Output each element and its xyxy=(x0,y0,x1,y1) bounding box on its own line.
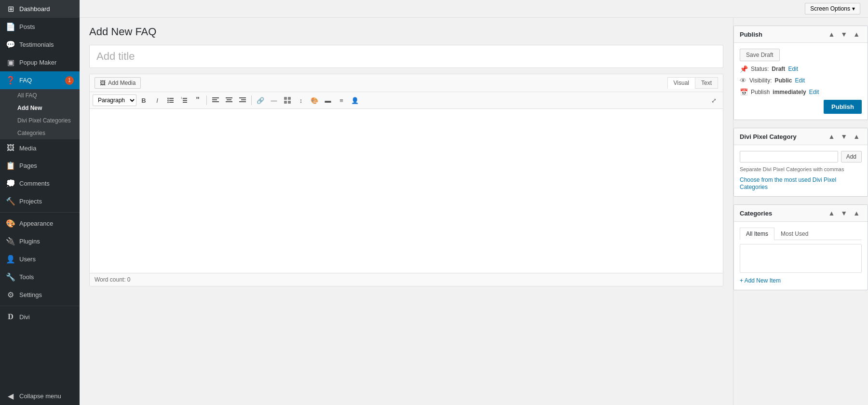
editor-body[interactable] xyxy=(90,109,723,273)
settings-icon: ⚙ xyxy=(6,290,15,299)
publish-button[interactable]: Publish xyxy=(824,100,862,114)
publish-collapse-down-button[interactable]: ▼ xyxy=(839,30,849,39)
add-media-button[interactable]: 🖼 Add Media xyxy=(95,77,141,89)
publish-time-label: Publish xyxy=(751,89,770,95)
publish-close-button[interactable]: ▲ xyxy=(851,30,862,39)
sidebar-item-label: Testimonials xyxy=(19,41,54,48)
collapse-icon: ◀ xyxy=(6,392,15,401)
sidebar-item-users[interactable]: 👤 Users xyxy=(0,250,80,268)
sidebar-item-plugins[interactable]: 🔌 Plugins xyxy=(0,232,80,250)
sidebar-item-label: Dashboard xyxy=(19,5,50,13)
format-select[interactable]: Paragraph xyxy=(93,94,136,106)
publish-time-icon: 📅 xyxy=(740,88,748,96)
right-sidebar: Publish ▲ ▼ ▲ Save Draft 📌 Status: Draft… xyxy=(733,18,868,405)
users-icon: 👤 xyxy=(6,255,15,264)
publish-time-edit-link[interactable]: Edit xyxy=(809,89,819,95)
comments-icon: 💭 xyxy=(6,179,15,188)
more-button[interactable]: ↕ xyxy=(295,94,307,107)
categories-close-button[interactable]: ▲ xyxy=(851,209,862,217)
svg-rect-21 xyxy=(284,101,287,104)
sidebar-sub-item-all-faq[interactable]: All FAQ xyxy=(0,89,80,102)
categories-collapse-down-button[interactable]: ▼ xyxy=(839,209,849,217)
person-button[interactable]: 👤 xyxy=(349,94,361,107)
all-items-tab[interactable]: All Items xyxy=(740,228,774,240)
blockquote-button[interactable]: " xyxy=(191,94,204,107)
text-tab[interactable]: Text xyxy=(695,77,718,89)
status-icon: 📌 xyxy=(740,65,748,73)
expand-button[interactable]: ⤢ xyxy=(707,94,720,107)
italic-button[interactable]: I xyxy=(151,94,163,107)
align-center-button[interactable] xyxy=(223,94,235,107)
publish-metabox-body: Save Draft 📌 Status: Draft Edit 👁 Visibi… xyxy=(734,43,868,120)
svg-point-4 xyxy=(167,100,169,101)
special1-button[interactable]: ▬ xyxy=(322,94,334,107)
divi-pixel-input-row: Add xyxy=(740,151,862,162)
divi-pixel-metabox-title: Divi Pixel Category xyxy=(740,133,797,140)
link-button[interactable]: 🔗 xyxy=(254,94,267,107)
sidebar-item-posts[interactable]: 📄 Posts xyxy=(0,18,80,36)
testimonials-icon: 💬 xyxy=(6,40,15,49)
screen-options-button[interactable]: Screen Options ▾ xyxy=(805,3,860,14)
sidebar: ⊞ Dashboard 📄 Posts 💬 Testimonials ▣ Pop… xyxy=(0,0,80,405)
divi-pixel-most-used-link[interactable]: Choose from the most used Divi Pixel Cat… xyxy=(740,176,836,190)
svg-rect-15 xyxy=(226,101,232,102)
svg-point-5 xyxy=(167,102,169,103)
svg-rect-1 xyxy=(169,100,174,101)
sidebar-sub-item-categories[interactable]: Categories xyxy=(0,127,80,139)
table-button[interactable] xyxy=(281,94,294,107)
divi-pixel-collapse-up-button[interactable]: ▲ xyxy=(826,132,837,141)
sidebar-item-settings[interactable]: ⚙ Settings xyxy=(0,286,80,304)
categories-collapse-up-button[interactable]: ▲ xyxy=(826,209,837,217)
svg-text:1.: 1. xyxy=(181,97,183,99)
color-button[interactable]: 🎨 xyxy=(308,94,321,107)
unordered-list-button[interactable] xyxy=(164,94,177,107)
screen-options-label: Screen Options xyxy=(810,5,850,12)
sidebar-item-appearance[interactable]: 🎨 Appearance xyxy=(0,215,80,232)
sidebar-item-comments[interactable]: 💭 Comments xyxy=(0,175,80,192)
sidebar-item-testimonials[interactable]: 💬 Testimonials xyxy=(0,36,80,54)
sidebar-collapse[interactable]: ◀ Collapse menu xyxy=(0,387,80,405)
status-row: 📌 Status: Draft Edit xyxy=(740,65,862,73)
word-count: Word count: 0 xyxy=(95,276,130,283)
sidebar-item-dashboard[interactable]: ⊞ Dashboard xyxy=(0,0,80,18)
toolbar-separator-1 xyxy=(206,95,207,105)
pages-icon: 📋 xyxy=(6,161,15,170)
sidebar-item-divi[interactable]: D Divi xyxy=(0,308,80,325)
sidebar-item-faq[interactable]: ❓ FAQ 1 xyxy=(0,71,80,89)
sidebar-item-pages[interactable]: 📋 Pages xyxy=(0,157,80,175)
status-label: Status: xyxy=(751,66,769,72)
divi-pixel-add-button[interactable]: Add xyxy=(841,151,862,162)
divi-pixel-close-button[interactable]: ▲ xyxy=(851,132,862,141)
divi-pixel-collapse-down-button[interactable]: ▼ xyxy=(839,132,849,141)
posts-icon: 📄 xyxy=(6,22,15,31)
svg-rect-20 xyxy=(288,97,291,100)
svg-rect-12 xyxy=(212,101,219,102)
sidebar-item-media[interactable]: 🖼 Media xyxy=(0,139,80,157)
sidebar-item-popup-maker[interactable]: ▣ Popup Maker xyxy=(0,54,80,71)
visibility-edit-link[interactable]: Edit xyxy=(795,77,805,84)
title-input[interactable] xyxy=(89,45,723,68)
publish-collapse-up-button[interactable]: ▲ xyxy=(826,30,837,39)
status-edit-link[interactable]: Edit xyxy=(788,66,798,72)
divi-pixel-category-input[interactable] xyxy=(740,151,838,162)
sidebar-sub-item-add-new[interactable]: Add New xyxy=(0,102,80,114)
save-draft-button[interactable]: Save Draft xyxy=(740,49,780,61)
publish-metabox-controls: ▲ ▼ ▲ xyxy=(826,30,862,39)
visibility-icon: 👁 xyxy=(740,77,746,84)
align-right-button[interactable] xyxy=(236,94,249,107)
bold-button[interactable]: B xyxy=(137,94,150,107)
ordered-list-button[interactable]: 1. xyxy=(178,94,190,107)
add-new-item-link[interactable]: + Add New Item xyxy=(740,277,781,284)
visual-tab[interactable]: Visual xyxy=(667,77,695,89)
most-used-tab[interactable]: Most Used xyxy=(774,228,814,240)
publish-metabox-header: Publish ▲ ▼ ▲ xyxy=(734,26,868,43)
special2-button[interactable]: ≡ xyxy=(335,94,348,107)
align-left-button[interactable] xyxy=(209,94,222,107)
sidebar-item-projects[interactable]: 🔨 Projects xyxy=(0,192,80,210)
categories-metabox-body: All Items Most Used + Add New Item xyxy=(734,222,868,290)
sidebar-item-tools[interactable]: 🔧 Tools xyxy=(0,268,80,286)
categories-metabox-controls: ▲ ▼ ▲ xyxy=(826,209,862,217)
svg-point-3 xyxy=(167,98,169,99)
sidebar-sub-item-divi-pixel-categories[interactable]: Divi Pixel Categories xyxy=(0,114,80,127)
separator-button[interactable]: — xyxy=(268,94,280,107)
